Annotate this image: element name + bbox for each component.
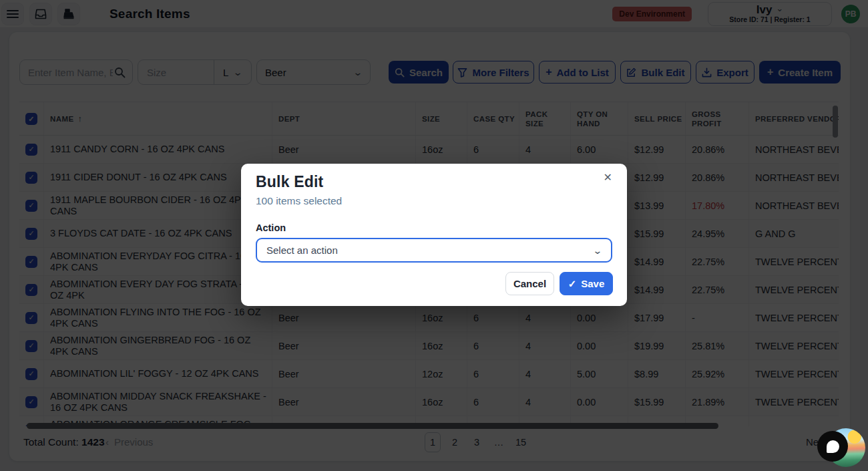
- close-icon[interactable]: ✕: [600, 170, 616, 184]
- chat-widget[interactable]: [817, 428, 868, 471]
- modal-title: Bulk Edit: [256, 173, 612, 191]
- items-selected-text: 100 items selected: [256, 195, 612, 207]
- action-label: Action: [256, 222, 612, 233]
- chat-bubble-icon: [817, 431, 848, 462]
- bulk-edit-modal: ✕ Bulk Edit 100 items selected Action Se…: [241, 164, 627, 306]
- chevron-down-icon: ⌄: [593, 246, 603, 255]
- save-button[interactable]: ✓ Save: [560, 272, 613, 295]
- check-icon: ✓: [568, 278, 577, 290]
- cancel-button[interactable]: Cancel: [505, 272, 554, 295]
- action-select-value: Select an action: [266, 245, 594, 256]
- save-label: Save: [581, 278, 604, 289]
- action-select[interactable]: Select an action ⌄: [256, 238, 612, 263]
